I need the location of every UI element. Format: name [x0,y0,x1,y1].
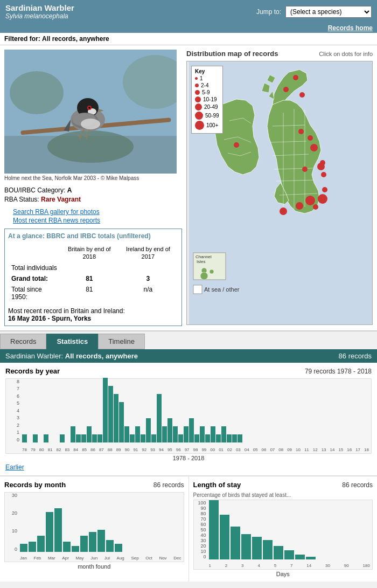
stay-bar [241,534,251,559]
month-subtitle: 86 records [153,481,184,489]
year-x-center-label: 1978 - 2018 [5,455,372,461]
year-bar [157,394,162,442]
year-bar [119,402,124,442]
stay-bar [220,515,229,559]
glance-title: At a glance: BBRC and IRBC totals (unfil… [8,232,178,240]
map-dot[interactable] [322,187,327,192]
year-bar [216,434,221,442]
tab-timeline[interactable]: Timeline [98,334,145,349]
year-bar [87,426,92,442]
stay-bar [284,550,294,559]
month-title-row: Records by month 86 records [4,481,184,489]
header-left: Sardinian Warbler Sylvia melanocephala [5,3,74,20]
year-bar [178,434,183,442]
key-row-50-99: 50-99 [195,112,219,120]
map-dot[interactable] [280,207,287,215]
right-panel: Distribution map of records Click on dot… [186,50,373,326]
glance-row-1950-label: Total since 1950: [9,285,60,302]
key-row-100plus: 100+ [195,121,219,130]
year-bar [141,434,145,442]
map-dot[interactable] [234,142,239,148]
news-link[interactable]: Most recent RBA news reports [13,217,182,224]
map-dot[interactable] [320,160,325,165]
svg-text:Channel: Channel [196,254,212,259]
month-bar [54,508,62,552]
year-bar [92,434,97,442]
stay-bar [263,540,273,559]
stay-bar [209,500,219,559]
month-bar [106,540,114,552]
month-bar [20,544,27,552]
year-bar [189,418,194,442]
month-bar [72,546,79,552]
records-by-year-title: Records by year [5,367,60,375]
records-by-year-section: Records by year 79 records 1978 - 2018 0… [0,363,377,476]
filter-value: All records, anywhere [42,35,109,43]
header: Sardinian Warbler Sylvia melanocephala J… [0,0,377,23]
map-dot[interactable] [318,194,327,204]
species-latin: Sylvia melanocephala [5,12,74,20]
map-dot[interactable] [298,129,304,134]
year-chart-x-axis: 7879808182838485868788899091929394959697… [22,447,369,452]
year-bar [151,434,156,442]
stay-percentage-label: Percentage of birds that stayed at least… [193,492,373,498]
key-row-5-9: 5-9 [195,89,219,95]
glance-box: At a glance: BBRC and IRBC totals (unfil… [4,229,182,326]
map-dot[interactable] [313,204,318,210]
svg-point-4 [47,130,134,163]
year-bar [227,434,232,442]
map-dot[interactable] [283,87,289,92]
month-bar [46,512,53,551]
key-row-2-4: 2-4 [195,82,219,88]
year-bar [135,426,140,442]
jump-label: Jump to: [256,8,281,16]
year-bar [81,434,86,442]
tab-records[interactable]: Records [0,334,46,349]
records-by-year-subtitle: 79 records 1978 - 2018 [305,368,372,375]
info-section: BOU/IRBC Category: A RBA Status: Rare Va… [4,184,182,207]
main-content: Holme next the Sea, Norfolk Mar 2003 - ©… [0,45,377,331]
filter-bar: Filtered for: All records, anywhere [0,33,377,45]
year-bar [211,426,215,442]
species-select[interactable]: (Select a species) [285,6,372,18]
glance-row-1950-val1: 81 [61,285,118,302]
year-bar [205,434,210,442]
col-header-ireland: Ireland by end of 2017 [119,244,177,262]
map-dot[interactable] [305,196,315,205]
year-bar [232,434,237,442]
year-bar [103,378,108,442]
map-click-hint: Click on dots for info [319,51,373,57]
year-bar [194,434,199,442]
header-right: Jump to: (Select a species) [256,6,372,18]
map-title: Distribution map of records [186,50,278,58]
section-species: Sardinian Warbler: [5,352,63,360]
year-bar [221,426,226,442]
map-dot[interactable] [293,75,298,80]
map-dot[interactable] [321,172,326,177]
map-dot[interactable] [299,92,305,98]
svg-point-21 [81,119,100,129]
tab-statistics[interactable]: Statistics [46,334,98,349]
earlier-link[interactable]: Earlier [5,464,24,471]
year-bar [167,418,172,442]
map-dot[interactable] [310,144,318,151]
map-dot[interactable] [296,202,303,210]
map-dot[interactable] [308,135,313,141]
glance-row-grand-label: Grand total: [9,274,60,283]
stay-x-axis: 123457143090180 [209,563,371,568]
gallery-link[interactable]: Search RBA gallery for photos [13,208,182,216]
records-home-link[interactable]: Records home [328,24,373,32]
svg-point-2 [10,71,64,114]
month-y-axis: 0102030 [5,493,19,562]
filter-label: Filtered for: [4,35,40,43]
map-dot[interactable] [302,167,308,172]
records-by-year-chart: 012345678 787980818283848586878889909192… [5,378,372,454]
col-header-britain: Britain by end of 2018 [61,244,118,262]
records-by-month-section: Records by month 86 records 0102030 JanF… [0,476,189,582]
glance-row-grand-val2: 3 [119,274,177,283]
month-bar [97,530,105,551]
year-bar [22,434,27,442]
stay-title: Length of stay [193,481,241,489]
year-bar [76,434,81,442]
month-x-axis: JanFebMarAprMayJunJulAugSepOctNovDec [20,556,181,561]
